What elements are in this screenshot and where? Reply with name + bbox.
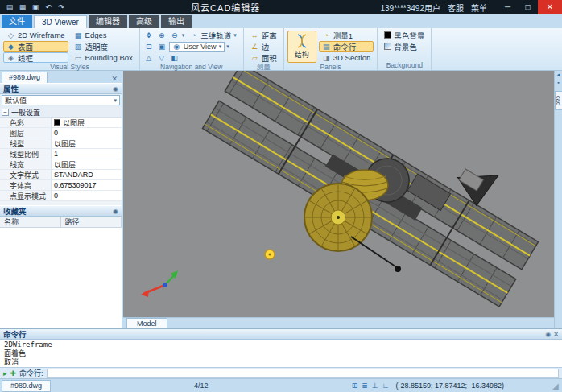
- add-command-icon[interactable]: ✚: [10, 369, 17, 378]
- panel-expand-icon[interactable]: ◂: [555, 71, 562, 79]
- right-panel-strip: ◂ ▪ cad: [554, 71, 562, 328]
- titlebar-right: 139****3492用户 客服 菜单 ─ □ ✕: [381, 0, 562, 14]
- panel-pin-icon[interactable]: ▪: [555, 79, 562, 87]
- edges-button[interactable]: ▦ Edges: [71, 30, 136, 40]
- fly-icon[interactable]: ▽: [156, 53, 167, 63]
- view-preset-combo[interactable]: ◉ User View ▾: [169, 42, 225, 52]
- zoom-extents-icon[interactable]: ▣: [156, 42, 167, 52]
- tab-model[interactable]: Model: [126, 318, 167, 328]
- undo-icon[interactable]: ↶: [43, 2, 53, 12]
- view-cube-icon[interactable]: ◧: [169, 53, 180, 63]
- property-group-row[interactable]: − 一般设置: [0, 107, 122, 118]
- property-row[interactable]: 图层 0: [0, 128, 122, 138]
- titlebar: ▤ ▦ ▣ ↶ ↷ 风云CAD编辑器 139****3492用户 客服 菜单 ─…: [0, 0, 562, 14]
- window-title: 风云CAD编辑器: [71, 1, 381, 14]
- close-icon[interactable]: ✕: [553, 331, 559, 338]
- pin-icon[interactable]: ◉: [113, 208, 118, 215]
- command-line-panel-button[interactable]: ▤ 命令行: [319, 41, 374, 52]
- property-row[interactable]: 线型 以图层: [0, 138, 122, 149]
- favorites-col-path[interactable]: 路径: [61, 217, 122, 227]
- chevron-down-icon[interactable]: ▾: [226, 43, 229, 50]
- edges-icon: ▦: [74, 31, 83, 39]
- collapse-icon[interactable]: −: [2, 109, 9, 116]
- command-panel-header: 命令行 ◉ ✕: [0, 329, 562, 340]
- new-file-icon[interactable]: ▦: [18, 2, 27, 12]
- resize-grip[interactable]: ◢: [552, 380, 562, 392]
- document-tab[interactable]: #989.dwg: [2, 72, 48, 83]
- tab-editor[interactable]: 编辑器: [89, 15, 127, 28]
- pan-icon[interactable]: ✥: [143, 31, 155, 40]
- zoom-in-icon[interactable]: ⊕: [156, 31, 167, 40]
- menu-button[interactable]: 菜单: [471, 2, 487, 14]
- 3d-section-button[interactable]: ◨ 3D Section: [319, 52, 374, 63]
- tab-output[interactable]: 输出: [161, 15, 192, 28]
- property-row[interactable]: 色彩 以图层: [0, 118, 122, 128]
- ribbon: ◇ 2D Wireframe ◆ 表面 ◈ 线框 ▦ Edges: [0, 28, 562, 71]
- bounding-box-button[interactable]: ▭ Bounding Box: [71, 52, 136, 63]
- user-account[interactable]: 139****3492用户: [381, 2, 441, 14]
- zoom-out-icon[interactable]: ⊖: [169, 31, 180, 40]
- chevron-down-icon[interactable]: ▾: [182, 32, 185, 39]
- surface-icon: ◆: [6, 42, 15, 51]
- window-controls: ─ □ ✕: [498, 0, 562, 14]
- tab-advanced[interactable]: 高级: [129, 15, 159, 28]
- orbit-button[interactable]: ◔ 三维轨道 ▾: [186, 30, 240, 40]
- statusbar-doc-tab[interactable]: #989.dwg: [2, 380, 51, 392]
- property-row[interactable]: 文字样式 STANDARD: [0, 170, 122, 180]
- transparency-button[interactable]: ▨ 透明度: [71, 41, 136, 52]
- grid-toggle-icon[interactable]: ⊞: [352, 382, 358, 390]
- left-panel: #989.dwg ✕ 属性 ◉ 默认值 ▾ − 一般设置 色彩 以图层: [0, 71, 122, 328]
- zoom-window-icon[interactable]: ⊡: [143, 42, 155, 52]
- group-label: Background: [381, 61, 428, 70]
- properties-header: 属性 ◉: [0, 83, 122, 94]
- collapsed-panel-tab[interactable]: cad: [555, 91, 562, 110]
- background-color-button[interactable]: 背景色: [381, 41, 428, 52]
- command-history[interactable]: 2DWireframe 面着色 取消: [0, 340, 562, 367]
- command-history-line: 2DWireframe: [4, 340, 558, 349]
- viewport-3d[interactable]: [123, 71, 554, 317]
- maximize-button[interactable]: □: [518, 0, 538, 14]
- ortho-toggle-icon[interactable]: ⊥: [372, 382, 378, 390]
- measure-edge-button[interactable]: ∠ 边: [247, 41, 280, 52]
- measure-distance-button[interactable]: ↔ 距离: [247, 30, 280, 40]
- area-icon: ▱: [250, 53, 259, 62]
- surface-button[interactable]: ◆ 表面: [3, 41, 68, 52]
- structure-panel-button[interactable]: 结构: [287, 31, 316, 63]
- layout-tabbar: Model: [123, 317, 554, 328]
- group-panels: 结构 ◔ 测量1 ▤ 命令行 ◨ 3D Section: [284, 28, 378, 70]
- command-input-field[interactable]: [47, 369, 559, 378]
- default-value-combo[interactable]: 默认值 ▾: [2, 95, 120, 105]
- property-row[interactable]: 线宽 以图层: [0, 159, 122, 170]
- property-row[interactable]: 字体高 0.675309017: [0, 180, 122, 191]
- measure-area-button[interactable]: ▱ 面积: [247, 52, 280, 63]
- redo-icon[interactable]: ↷: [56, 2, 66, 12]
- app-menu-icon[interactable]: ▤: [5, 2, 14, 12]
- customer-service-button[interactable]: 客服: [448, 2, 464, 14]
- tab-3d-viewer[interactable]: 3D Viewer: [34, 15, 87, 28]
- camera-icon: ◉: [172, 42, 181, 51]
- dna-icon: [295, 34, 308, 48]
- close-icon[interactable]: ✕: [109, 75, 120, 83]
- bounding-box-icon: ▭: [74, 53, 83, 62]
- walk-icon[interactable]: △: [143, 53, 155, 63]
- black-background-button[interactable]: 黑色背景: [381, 30, 428, 40]
- pin-icon[interactable]: ◉: [545, 331, 551, 338]
- 2d-wireframe-button[interactable]: ◇ 2D Wireframe: [3, 30, 68, 40]
- snap-toggle-icon[interactable]: ≣: [362, 382, 368, 390]
- osnap-toggle-icon[interactable]: ∟: [382, 382, 390, 390]
- pin-icon[interactable]: ◉: [113, 85, 118, 93]
- prompt-arrow-icon[interactable]: ▸: [3, 369, 7, 378]
- save-icon[interactable]: ▣: [31, 2, 40, 12]
- wireframe-mode-button[interactable]: ◈ 线框: [3, 52, 68, 63]
- close-button[interactable]: ✕: [538, 0, 562, 14]
- minimize-button[interactable]: ─: [498, 0, 518, 14]
- gauge-icon: ◔: [322, 31, 331, 39]
- favorites-col-name[interactable]: 名称: [0, 217, 61, 227]
- property-row[interactable]: 线型比例 1: [0, 149, 122, 159]
- group-measure: ↔ 距离 ∠ 边 ▱ 面积 测量: [244, 28, 284, 70]
- property-row[interactable]: 点显示模式 0: [0, 191, 122, 201]
- black-swatch-icon: [384, 31, 391, 39]
- measure1-panel-button[interactable]: ◔ 测量1: [319, 30, 374, 40]
- tab-file[interactable]: 文件: [2, 15, 32, 28]
- statusbar-toggles: ⊞ ≣ ⊥ ∟: [352, 382, 390, 390]
